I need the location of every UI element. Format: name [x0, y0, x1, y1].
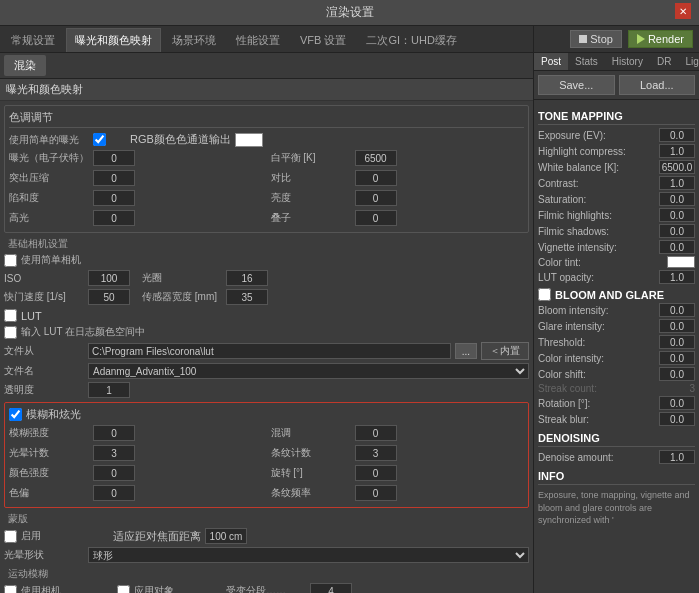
tab-exposure[interactable]: 曝光和颜色映射: [66, 28, 161, 52]
blur-count-input[interactable]: [93, 445, 135, 461]
contrast-input[interactable]: [355, 170, 397, 186]
tab-performance[interactable]: 性能设置: [227, 28, 289, 52]
vignette-input[interactable]: [659, 240, 695, 254]
tab-general[interactable]: 常规设置: [2, 28, 64, 52]
denoise-amount-input[interactable]: [659, 450, 695, 464]
depression-label: 陷和度: [9, 191, 89, 205]
streak-input[interactable]: [355, 445, 397, 461]
interpolate-input[interactable]: [310, 583, 352, 593]
masking-light-select[interactable]: 球形: [88, 547, 529, 563]
color-shift-input[interactable]: [659, 367, 695, 381]
rotation-row: 旋转 [°]: [271, 465, 525, 481]
shutter-input[interactable]: [88, 289, 130, 305]
filmic-highlights-input[interactable]: [659, 208, 695, 222]
tab-vfb[interactable]: VFB 设置: [291, 28, 355, 52]
sensor-label: 传感器宽度 [mm]: [142, 290, 222, 304]
right-tab-post[interactable]: Post: [534, 53, 568, 70]
filmic-shadows-input[interactable]: [659, 224, 695, 238]
protrusion-input[interactable]: [93, 170, 135, 186]
lut-opacity-label: 透明度: [4, 383, 84, 397]
bloom-enabled-checkbox[interactable]: [9, 408, 22, 421]
load-button[interactable]: Load...: [619, 75, 696, 95]
color-intensity-right-input[interactable]: [659, 351, 695, 365]
white-balance-input[interactable]: [355, 150, 397, 166]
sub-tab-blend[interactable]: 混染: [4, 55, 46, 76]
streak-freq-input[interactable]: [355, 485, 397, 501]
use-camera-checkbox[interactable]: [4, 585, 17, 594]
use-objects-checkbox[interactable]: [117, 585, 130, 594]
use-simple-exposure-checkbox[interactable]: [93, 133, 106, 146]
right-top-bar: Stop Render: [534, 26, 699, 53]
contrast-right-input[interactable]: [659, 176, 695, 190]
info-text: Exposure, tone mapping, vignette and blo…: [538, 489, 695, 527]
iso-input[interactable]: [88, 270, 130, 286]
bloom-header-label: 模糊和炫光: [26, 407, 81, 422]
tab-scene[interactable]: 场景环境: [163, 28, 225, 52]
streak-blur-input[interactable]: [659, 412, 695, 426]
masking-section: 蒙版 启用 适应距对焦面距离 光晕形状 球形: [4, 512, 529, 563]
lut-import-row: 输入 LUT 在日志颜色空间中: [4, 325, 529, 339]
factor-row: 叠子: [271, 210, 525, 226]
color-offset-input[interactable]: [93, 485, 135, 501]
lut-file-from-input[interactable]: [88, 343, 451, 359]
denoising-title: DENOISING: [538, 432, 695, 447]
highlight-compress-input[interactable]: [659, 144, 695, 158]
white-balance-k-label: White balance [K]:: [538, 162, 659, 173]
rotation-input[interactable]: [355, 465, 397, 481]
bloom-intensity-input[interactable]: [659, 303, 695, 317]
rotation-right-input[interactable]: [659, 396, 695, 410]
lut-opacity-right-input[interactable]: [659, 270, 695, 284]
filmic-highlights-label: Filmic highlights:: [538, 210, 659, 221]
aperture-input[interactable]: [226, 270, 268, 286]
right-tab-history[interactable]: History: [605, 53, 650, 70]
use-simple-exposure-row: 使用简单的曝光 RGB颜色色通道输出: [9, 132, 524, 147]
color-tint-swatch[interactable]: [667, 256, 695, 268]
lut-import-checkbox[interactable]: [4, 326, 17, 339]
depression-row: 陷和度: [9, 190, 263, 206]
color-intensity-input[interactable]: [93, 465, 135, 481]
lut-browse-button[interactable]: ...: [455, 343, 477, 359]
highlight-label: 高光: [9, 211, 89, 225]
use-physics-camera-checkbox[interactable]: [4, 254, 17, 267]
brightness-label: 亮度: [271, 191, 351, 205]
highlight-row: 高光: [9, 210, 263, 226]
render-button[interactable]: Render: [628, 30, 693, 48]
lut-header-row: LUT: [4, 309, 529, 322]
blur-count-label: 光晕计数: [9, 446, 89, 460]
glare-intensity-input[interactable]: [659, 319, 695, 333]
tab-gi[interactable]: 二次GI：UHD缓存: [357, 28, 465, 52]
brightness-input[interactable]: [355, 190, 397, 206]
save-button[interactable]: Save...: [538, 75, 615, 95]
depression-input[interactable]: [93, 190, 135, 206]
right-tab-lightmix[interactable]: LightMix: [678, 53, 699, 70]
color-shift-row: Color shift:: [538, 367, 695, 381]
brightness-row: 亮度: [271, 190, 525, 206]
right-tab-dr[interactable]: DR: [650, 53, 678, 70]
streak-row: 条纹计数: [271, 445, 525, 461]
masking-distance-input[interactable]: [205, 528, 247, 544]
lut-file-name-select[interactable]: Adanmg_Advantix_100: [88, 363, 529, 379]
lut-checkbox[interactable]: [4, 309, 17, 322]
sensor-input[interactable]: [226, 289, 268, 305]
masking-enabled-checkbox[interactable]: [4, 530, 17, 543]
lut-opacity-input[interactable]: [88, 382, 130, 398]
rgb-color-swatch[interactable]: [235, 133, 263, 147]
stop-button[interactable]: Stop: [570, 30, 622, 48]
bloom-glare-checkbox[interactable]: [538, 288, 551, 301]
motion-blur-camera-row: 使用相机 应用对象 受变分段……: [4, 583, 529, 593]
mixed-input[interactable]: [355, 425, 397, 441]
saturation-row: Saturation:: [538, 192, 695, 206]
right-tab-stats[interactable]: Stats: [568, 53, 605, 70]
white-balance-k-input[interactable]: [659, 160, 695, 174]
lut-inner-button[interactable]: ＜内置: [481, 342, 529, 360]
protrusion-row: 突出压缩: [9, 170, 263, 186]
close-button[interactable]: ✕: [675, 3, 691, 19]
exposure-input[interactable]: [93, 150, 135, 166]
highlight-input[interactable]: [93, 210, 135, 226]
saturation-input[interactable]: [659, 192, 695, 206]
exposure-ev-input[interactable]: [659, 128, 695, 142]
factor-input[interactable]: [355, 210, 397, 226]
denoise-amount-label: Denoise amount:: [538, 452, 659, 463]
threshold-input[interactable]: [659, 335, 695, 349]
blur-intensity-input[interactable]: [93, 425, 135, 441]
